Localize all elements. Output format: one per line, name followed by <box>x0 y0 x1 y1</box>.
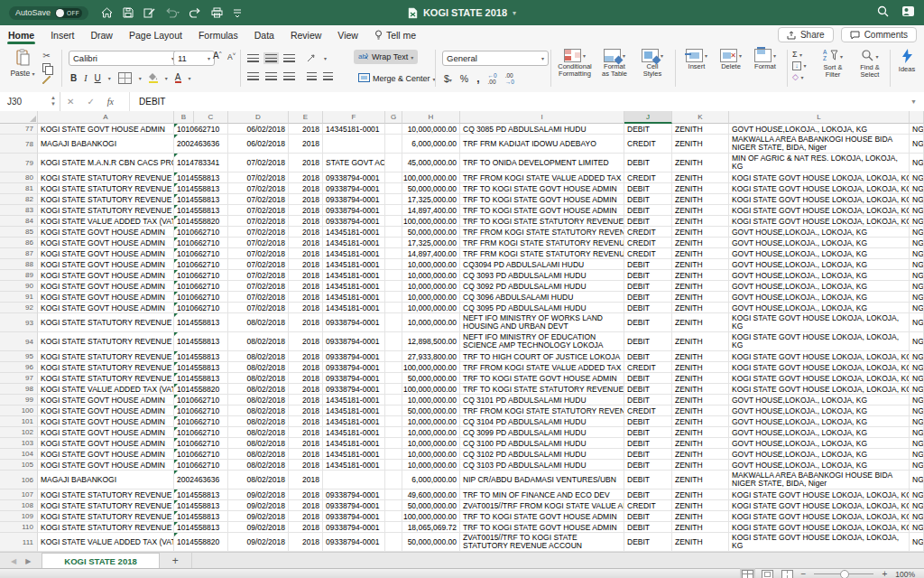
cell-A-90[interactable]: KOGI STATE GOVT HOUSE ADMIN <box>38 281 174 292</box>
cell-D-105[interactable]: 08/02/2018 <box>228 460 289 471</box>
decrease-decimal-button[interactable]: .00→0 <box>505 72 514 85</box>
cell-A-87[interactable]: KOGI STATE GOVT HOUSE ADMIN <box>38 248 174 259</box>
row-header-104[interactable]: 104 <box>0 449 38 460</box>
underline-button[interactable]: U <box>95 73 101 83</box>
cell-H-108[interactable]: 50,000,000.00 <box>402 500 460 511</box>
cell-M-92[interactable]: NG <box>910 303 924 313</box>
cell-G-96[interactable] <box>385 362 402 373</box>
cell-G-103[interactable] <box>385 438 402 449</box>
cell-J-98[interactable]: DEBIT <box>624 384 672 395</box>
cell-E-84[interactable]: 2018 <box>289 216 323 227</box>
row-header-107[interactable]: 107 <box>0 489 38 500</box>
percent-button[interactable]: % <box>460 73 468 84</box>
column-header-C[interactable]: C <box>194 111 228 124</box>
cell-L-78[interactable]: MAKWALLA AREA BABANKOGI HOUSE BIDA NIGER… <box>729 135 910 154</box>
comma-style-button[interactable]: , <box>476 72 479 85</box>
cell-B-91[interactable]: 1010662710 <box>174 292 228 303</box>
cell-H-78[interactable]: 6,000,000.00 <box>402 135 460 154</box>
cell-A-85[interactable]: KOGI STATE GOVT HOUSE ADMIN <box>38 227 174 238</box>
cell-L-109[interactable]: KOGI STATE GOVT HOUSE LOKOJA, LOKOJA, KG <box>729 511 910 522</box>
cell-L-90[interactable]: GOVT HOUSE,LOKOJA., LOKOJA, KG <box>729 281 910 292</box>
cell-D-109[interactable]: 09/02/2018 <box>228 511 289 522</box>
cell-F-90[interactable]: 14345181-0001 <box>323 281 385 292</box>
row-header-81[interactable]: 81 <box>0 183 38 194</box>
cell-K-102[interactable]: ZENITH <box>672 427 729 438</box>
cell-B-96[interactable]: 1014558813 <box>174 362 228 373</box>
autosave-switch[interactable]: OFF <box>55 8 82 18</box>
cell-G-81[interactable] <box>385 183 402 194</box>
cell-K-103[interactable]: ZENITH <box>672 438 729 449</box>
cell-K-105[interactable]: ZENITH <box>672 460 729 471</box>
cell-F-83[interactable]: 09338794-0001 <box>323 205 385 216</box>
share-button[interactable]: Share <box>778 27 834 42</box>
cell-F-82[interactable]: 09338794-0001 <box>323 194 385 205</box>
cell-J-86[interactable]: CREDIT <box>624 238 672 248</box>
cell-F-103[interactable]: 14345181-0001 <box>323 438 385 449</box>
normal-view-button[interactable] <box>742 570 753 578</box>
cell-M-97[interactable]: NG <box>910 373 924 384</box>
shrink-font-button[interactable]: A˅ <box>227 51 236 61</box>
cell-G-105[interactable] <box>385 460 402 471</box>
cell-I-104[interactable]: CQ 3102 PD ABDULSALAMI HUDU <box>460 449 624 460</box>
cell-E-104[interactable]: 2018 <box>289 449 323 460</box>
cell-G-82[interactable] <box>385 194 402 205</box>
zoom-slider-knob[interactable] <box>840 570 849 578</box>
row-header-83[interactable]: 83 <box>0 205 38 216</box>
cell-A-77[interactable]: KOGI STATE GOVT HOUSE ADMIN <box>38 124 174 135</box>
page-break-view-button[interactable] <box>781 570 793 578</box>
cell-K-111[interactable]: ZENITH <box>672 533 729 552</box>
italic-button[interactable]: I <box>84 73 87 83</box>
cell-I-93[interactable]: NEFT IFO MINISTRY OF WORKS LAND HOUSING … <box>460 313 624 332</box>
cell-J-95[interactable]: DEBIT <box>624 351 672 362</box>
format-painter-icon[interactable] <box>42 75 51 86</box>
cell-D-80[interactable]: 07/02/2018 <box>228 172 289 183</box>
cell-D-78[interactable]: 06/02/2018 <box>228 135 289 154</box>
cell-D-106[interactable]: 08/02/2018 <box>228 471 289 489</box>
row-header-93[interactable]: 93 <box>0 313 38 332</box>
cell-G-88[interactable] <box>385 259 402 270</box>
tab-insert[interactable]: Insert <box>42 27 82 43</box>
paste-button[interactable]: Paste ▾ <box>7 49 38 78</box>
cell-styles-button[interactable]: ▾ CellStyles <box>632 49 673 78</box>
cell-K-93[interactable]: ZENITH <box>672 313 729 332</box>
select-all-corner[interactable] <box>0 111 38 124</box>
grow-font-button[interactable]: A^ <box>213 51 222 61</box>
cell-E-92[interactable]: 2018 <box>289 303 323 313</box>
cell-D-95[interactable]: 08/02/2018 <box>228 351 289 362</box>
cell-I-111[interactable]: ZVAT0015//TRF TO KOGI STATE STATUTORY RE… <box>460 533 624 552</box>
cell-L-105[interactable]: GOVT HOUSE,LOKOJA., LOKOJA, KG <box>729 460 910 471</box>
cell-M-90[interactable]: NG <box>910 281 924 292</box>
cell-E-89[interactable]: 2018 <box>289 270 323 281</box>
cell-M-99[interactable]: NG <box>910 395 924 406</box>
cell-M-78[interactable]: NG <box>910 135 924 154</box>
cell-K-101[interactable]: ZENITH <box>672 416 729 427</box>
cell-E-110[interactable]: 2018 <box>289 522 323 533</box>
cell-B-86[interactable]: 1010662710 <box>174 238 228 248</box>
cell-G-101[interactable] <box>385 416 402 427</box>
cell-L-89[interactable]: GOVT HOUSE,LOKOJA., LOKOJA, KG <box>729 270 910 281</box>
cell-J-77[interactable]: DEBIT <box>624 124 672 135</box>
cell-H-100[interactable]: 50,000,000.00 <box>402 406 460 416</box>
cell-L-104[interactable]: GOVT HOUSE,LOKOJA., LOKOJA, KG <box>729 449 910 460</box>
cell-J-104[interactable]: DEBIT <box>624 449 672 460</box>
cell-A-100[interactable]: KOGI STATE GOVT HOUSE ADMIN <box>38 406 174 416</box>
cell-I-103[interactable]: CQ 3100 PD ABDULSALAMI HUDU <box>460 438 624 449</box>
column-header-K[interactable]: K <box>672 111 729 124</box>
cell-G-107[interactable] <box>385 489 402 500</box>
cell-H-98[interactable]: 100,000,000.00 <box>402 384 460 395</box>
cell-J-106[interactable]: DEBIT <box>624 471 672 489</box>
cell-I-99[interactable]: CQ 3101 PD ABDULSALAMI HUDU <box>460 395 624 406</box>
cell-A-108[interactable]: KOGI STATE STATUTORY REVENUE ACCOUN <box>38 500 174 511</box>
cell-E-109[interactable]: 2018 <box>289 511 323 522</box>
document-title[interactable]: KOGI STATE 2018 <box>423 7 507 18</box>
cell-G-106[interactable] <box>385 471 402 489</box>
comments-button[interactable]: Comments <box>841 27 917 42</box>
cell-L-111[interactable]: KOGI STATE GOVT HOUSE LOKOJA, LOKOJA, KG <box>729 533 910 552</box>
column-header-E[interactable]: E <box>289 111 323 124</box>
cell-F-102[interactable]: 14345181-0001 <box>323 427 385 438</box>
delete-cells-button[interactable]: ✕▾ Delete <box>713 49 749 70</box>
cell-B-108[interactable]: 1014558813 <box>174 500 228 511</box>
cell-D-96[interactable]: 08/02/2018 <box>228 362 289 373</box>
cell-F-78[interactable] <box>323 135 385 154</box>
cell-G-92[interactable] <box>385 303 402 313</box>
